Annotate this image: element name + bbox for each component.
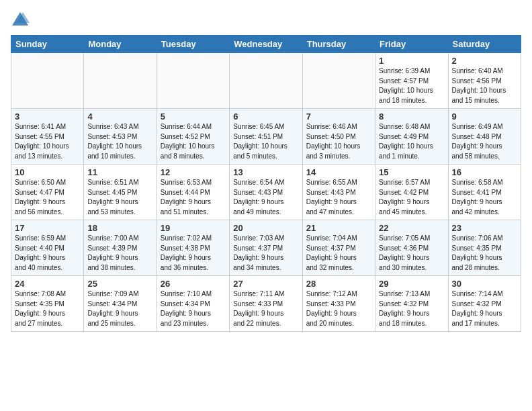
day-number: 5 (161, 111, 226, 122)
calendar-day-cell: 15Sunrise: 6:57 AM Sunset: 4:42 PM Dayli… (375, 165, 448, 220)
day-number: 29 (379, 279, 444, 289)
calendar-day-cell: 19Sunrise: 7:02 AM Sunset: 4:38 PM Dayli… (157, 220, 229, 276)
calendar-day-cell: 22Sunrise: 7:05 AM Sunset: 4:36 PM Dayli… (375, 220, 448, 276)
calendar-day-cell: 4Sunrise: 6:43 AM Sunset: 4:53 PM Daylig… (84, 109, 157, 165)
day-number: 25 (87, 279, 152, 289)
day-number: 14 (306, 167, 371, 177)
day-number: 3 (15, 111, 80, 122)
calendar-week-row: 1Sunrise: 6:39 AM Sunset: 4:57 PM Daylig… (11, 53, 521, 109)
day-info: Sunrise: 7:00 AM Sunset: 4:39 PM Dayligh… (87, 234, 152, 273)
day-number: 6 (233, 111, 298, 122)
day-info: Sunrise: 6:51 AM Sunset: 4:45 PM Dayligh… (87, 178, 152, 217)
calendar-table: SundayMondayTuesdayWednesdayThursdayFrid… (11, 35, 521, 332)
weekday-header-cell: Monday (84, 36, 157, 53)
day-number: 30 (452, 279, 517, 289)
weekday-header-cell: Saturday (448, 36, 521, 53)
calendar-day-cell: 6Sunrise: 6:45 AM Sunset: 4:51 PM Daylig… (230, 109, 302, 165)
calendar-day-cell: 5Sunrise: 6:44 AM Sunset: 4:52 PM Daylig… (157, 109, 229, 165)
day-number: 18 (87, 223, 152, 233)
calendar-day-cell: 3Sunrise: 6:41 AM Sunset: 4:55 PM Daylig… (11, 109, 84, 165)
day-info: Sunrise: 6:58 AM Sunset: 4:41 PM Dayligh… (452, 178, 517, 217)
calendar-day-cell: 1Sunrise: 6:39 AM Sunset: 4:57 PM Daylig… (375, 53, 448, 109)
day-info: Sunrise: 6:59 AM Sunset: 4:40 PM Dayligh… (15, 234, 80, 273)
calendar-week-row: 17Sunrise: 6:59 AM Sunset: 4:40 PM Dayli… (11, 220, 521, 276)
calendar-day-cell (230, 53, 302, 109)
calendar-day-cell: 2Sunrise: 6:40 AM Sunset: 4:56 PM Daylig… (448, 53, 521, 109)
calendar-day-cell: 30Sunrise: 7:14 AM Sunset: 4:32 PM Dayli… (448, 276, 521, 332)
day-number: 21 (306, 223, 371, 233)
calendar-week-row: 3Sunrise: 6:41 AM Sunset: 4:55 PM Daylig… (11, 109, 521, 165)
calendar-day-cell: 28Sunrise: 7:12 AM Sunset: 4:33 PM Dayli… (302, 276, 375, 332)
day-number: 13 (233, 167, 298, 177)
day-number: 7 (306, 111, 371, 122)
weekday-header-cell: Thursday (302, 36, 375, 53)
calendar-day-cell: 29Sunrise: 7:13 AM Sunset: 4:32 PM Dayli… (375, 276, 448, 332)
day-number: 24 (15, 279, 80, 289)
day-info: Sunrise: 7:06 AM Sunset: 4:35 PM Dayligh… (452, 234, 517, 273)
day-info: Sunrise: 6:54 AM Sunset: 4:43 PM Dayligh… (233, 178, 298, 217)
day-info: Sunrise: 7:11 AM Sunset: 4:33 PM Dayligh… (233, 289, 298, 328)
logo-icon (11, 11, 30, 30)
calendar-day-cell: 13Sunrise: 6:54 AM Sunset: 4:43 PM Dayli… (230, 165, 302, 220)
calendar-day-cell: 16Sunrise: 6:58 AM Sunset: 4:41 PM Dayli… (448, 165, 521, 220)
day-info: Sunrise: 7:03 AM Sunset: 4:37 PM Dayligh… (233, 234, 298, 273)
calendar-day-cell: 25Sunrise: 7:09 AM Sunset: 4:34 PM Dayli… (84, 276, 157, 332)
day-info: Sunrise: 7:05 AM Sunset: 4:36 PM Dayligh… (379, 234, 444, 273)
calendar-day-cell: 23Sunrise: 7:06 AM Sunset: 4:35 PM Dayli… (448, 220, 521, 276)
weekday-header-row: SundayMondayTuesdayWednesdayThursdayFrid… (11, 36, 521, 53)
day-number: 28 (306, 279, 371, 289)
day-number: 12 (161, 167, 226, 177)
calendar-day-cell: 20Sunrise: 7:03 AM Sunset: 4:37 PM Dayli… (230, 220, 302, 276)
day-number: 27 (233, 279, 298, 289)
calendar-day-cell: 12Sunrise: 6:53 AM Sunset: 4:44 PM Dayli… (157, 165, 229, 220)
weekday-header-cell: Wednesday (230, 36, 302, 53)
weekday-header-cell: Sunday (11, 36, 84, 53)
logo (11, 11, 32, 30)
day-number: 23 (452, 223, 517, 233)
day-info: Sunrise: 6:45 AM Sunset: 4:51 PM Dayligh… (233, 122, 298, 161)
calendar-day-cell: 24Sunrise: 7:08 AM Sunset: 4:35 PM Dayli… (11, 276, 84, 332)
calendar-body: 1Sunrise: 6:39 AM Sunset: 4:57 PM Daylig… (11, 53, 521, 332)
calendar-day-cell: 14Sunrise: 6:55 AM Sunset: 4:43 PM Dayli… (302, 165, 375, 220)
calendar-day-cell: 10Sunrise: 6:50 AM Sunset: 4:47 PM Dayli… (11, 165, 84, 220)
page-header (11, 11, 521, 30)
day-info: Sunrise: 7:12 AM Sunset: 4:33 PM Dayligh… (306, 289, 371, 328)
calendar-day-cell: 26Sunrise: 7:10 AM Sunset: 4:34 PM Dayli… (157, 276, 229, 332)
day-info: Sunrise: 7:10 AM Sunset: 4:34 PM Dayligh… (161, 289, 226, 328)
day-number: 1 (379, 56, 444, 66)
day-info: Sunrise: 6:41 AM Sunset: 4:55 PM Dayligh… (15, 122, 80, 161)
day-info: Sunrise: 7:09 AM Sunset: 4:34 PM Dayligh… (87, 289, 152, 328)
day-info: Sunrise: 7:02 AM Sunset: 4:38 PM Dayligh… (161, 234, 226, 273)
calendar-week-row: 10Sunrise: 6:50 AM Sunset: 4:47 PM Dayli… (11, 165, 521, 220)
day-info: Sunrise: 6:39 AM Sunset: 4:57 PM Dayligh… (379, 66, 444, 105)
day-info: Sunrise: 6:50 AM Sunset: 4:47 PM Dayligh… (15, 178, 80, 217)
day-number: 19 (161, 223, 226, 233)
calendar-day-cell: 18Sunrise: 7:00 AM Sunset: 4:39 PM Dayli… (84, 220, 157, 276)
day-info: Sunrise: 6:44 AM Sunset: 4:52 PM Dayligh… (161, 122, 226, 161)
calendar-day-cell: 7Sunrise: 6:46 AM Sunset: 4:50 PM Daylig… (302, 109, 375, 165)
calendar-week-row: 24Sunrise: 7:08 AM Sunset: 4:35 PM Dayli… (11, 276, 521, 332)
day-number: 8 (379, 111, 444, 122)
calendar-day-cell (84, 53, 157, 109)
day-info: Sunrise: 7:04 AM Sunset: 4:37 PM Dayligh… (306, 234, 371, 273)
day-number: 20 (233, 223, 298, 233)
calendar-day-cell (157, 53, 229, 109)
calendar-day-cell (11, 53, 84, 109)
day-number: 9 (452, 111, 517, 122)
weekday-header-cell: Friday (375, 36, 448, 53)
calendar-day-cell: 21Sunrise: 7:04 AM Sunset: 4:37 PM Dayli… (302, 220, 375, 276)
calendar-day-cell (302, 53, 375, 109)
day-info: Sunrise: 7:14 AM Sunset: 4:32 PM Dayligh… (452, 289, 517, 328)
day-number: 4 (87, 111, 152, 122)
day-number: 22 (379, 223, 444, 233)
day-info: Sunrise: 6:53 AM Sunset: 4:44 PM Dayligh… (161, 178, 226, 217)
calendar-day-cell: 17Sunrise: 6:59 AM Sunset: 4:40 PM Dayli… (11, 220, 84, 276)
calendar-day-cell: 11Sunrise: 6:51 AM Sunset: 4:45 PM Dayli… (84, 165, 157, 220)
calendar-day-cell: 9Sunrise: 6:49 AM Sunset: 4:48 PM Daylig… (448, 109, 521, 165)
day-number: 11 (87, 167, 152, 177)
day-number: 17 (15, 223, 80, 233)
day-info: Sunrise: 6:55 AM Sunset: 4:43 PM Dayligh… (306, 178, 371, 217)
day-info: Sunrise: 6:40 AM Sunset: 4:56 PM Dayligh… (452, 66, 517, 105)
day-info: Sunrise: 6:57 AM Sunset: 4:42 PM Dayligh… (379, 178, 444, 217)
day-number: 16 (452, 167, 517, 177)
